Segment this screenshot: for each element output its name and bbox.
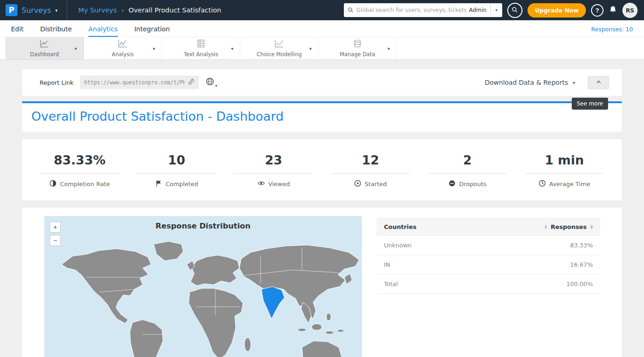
minus-circle-icon	[448, 180, 456, 188]
manage-data-icon	[353, 39, 362, 50]
island	[325, 331, 334, 334]
report-url[interactable]: https://www.questionpro.com/t/PHBt	[84, 79, 185, 86]
notifications-button[interactable]	[609, 5, 617, 15]
product-switcher[interactable]: P Surveys ▾	[6, 0, 67, 20]
stat-value: 23	[234, 153, 313, 174]
choice-modelling-icon	[274, 39, 284, 50]
breadcrumb: My Surveys › Overall Product Satisfactio…	[78, 6, 221, 14]
link-icon	[188, 78, 195, 87]
stat-value: 83.33%	[41, 153, 119, 174]
stat-label: Dropouts	[459, 181, 486, 187]
product-name: Surveys	[22, 6, 51, 15]
completion-rate-icon	[49, 180, 57, 188]
help-button[interactable]: ?	[591, 4, 603, 17]
world-map[interactable]	[44, 232, 362, 357]
stat-average-time: 1 min Average Time	[525, 153, 603, 188]
stat-value: 2	[428, 153, 506, 174]
nav-analytics[interactable]: Analytics	[88, 25, 118, 37]
dashboard-icon	[40, 39, 49, 50]
search-input[interactable]	[356, 7, 466, 13]
philippines	[326, 313, 331, 321]
responses-cell: 83.33%	[570, 242, 593, 249]
country-cell: IN	[384, 261, 570, 268]
zoom-in-button[interactable]: +	[50, 222, 61, 233]
questionpro-logo: P	[6, 4, 17, 16]
tab-label: Choice Modelling	[256, 51, 302, 58]
tab-label: Text Analysis	[184, 51, 218, 58]
chevron-down-icon[interactable]: ▾	[388, 46, 390, 51]
report-language-button[interactable]: ▾	[205, 77, 217, 88]
nav-integration[interactable]: Integration	[134, 25, 170, 37]
user-avatar[interactable]: RS	[622, 3, 638, 18]
island	[298, 328, 306, 332]
chevron-down-icon: ▾	[495, 8, 498, 12]
upgrade-now-button[interactable]: Upgrade Now	[528, 3, 586, 18]
analysis-icon	[118, 39, 128, 50]
collapse-panel-button[interactable]	[588, 76, 609, 89]
chevron-down-icon[interactable]: ▾	[75, 46, 77, 51]
survey-section-nav: Edit Distribute Analytics Integration Re…	[0, 20, 644, 37]
stat-completed: 10 Completed	[138, 153, 216, 188]
search-icon	[511, 6, 518, 14]
globe-icon	[205, 77, 215, 88]
nav-distribute[interactable]: Distribute	[40, 25, 72, 37]
analytics-toolbar: Dashboard ▾ Analysis ▾ Text Analysis ▾ C…	[0, 37, 644, 60]
bell-icon	[609, 5, 617, 15]
report-link-label: Report Link	[40, 79, 74, 86]
map-title: Response Distribution	[44, 216, 362, 230]
report-link-bar: Report Link https://www.questionpro.com/…	[22, 69, 622, 96]
chevron-up-icon	[595, 79, 602, 87]
tab-text-analysis[interactable]: Text Analysis ▾	[162, 37, 240, 59]
column-responses[interactable]: Responses	[551, 223, 586, 230]
stat-label: Completed	[166, 181, 198, 187]
stat-viewed: 23 Viewed	[234, 153, 313, 188]
column-countries[interactable]: Countries	[384, 223, 541, 230]
tab-manage-data[interactable]: Manage Data ▾	[319, 37, 397, 59]
breadcrumb-my-surveys[interactable]: My Surveys	[78, 6, 117, 14]
stat-value: 10	[138, 153, 216, 174]
table-row: Total 100.00%	[377, 275, 600, 294]
south-america	[130, 320, 163, 357]
responses-count: Responses: 10	[591, 26, 633, 37]
header-actions: Admin ▾ Upgrade Now ? RS	[344, 3, 638, 18]
search-icon	[348, 6, 354, 15]
japan	[344, 274, 352, 284]
breadcrumb-separator: ›	[122, 6, 124, 14]
chevron-down-icon[interactable]: ▾	[309, 46, 312, 51]
chevron-down-icon[interactable]: ▾	[231, 46, 233, 51]
advanced-search-button[interactable]	[507, 3, 522, 18]
tab-label: Manage Data	[340, 51, 375, 58]
island	[337, 329, 344, 332]
africa	[189, 288, 243, 357]
see-more-tooltip: See more	[572, 98, 608, 110]
stat-value: 12	[331, 153, 410, 174]
download-data-reports-button[interactable]: Download Data & Reports	[485, 79, 568, 86]
tab-label: Analysis	[112, 51, 133, 58]
asia	[239, 245, 359, 319]
tab-choice-modelling[interactable]: Choice Modelling ▾	[240, 37, 319, 59]
report-url-box[interactable]: https://www.questionpro.com/t/PHBt	[80, 76, 199, 89]
sort-desc-icon: ▼	[591, 227, 593, 229]
sort-icon[interactable]: ▲ ▼	[591, 225, 593, 229]
chevron-down-icon[interactable]: ▾	[573, 80, 575, 85]
chevron-down-icon: ▾	[55, 8, 58, 13]
stat-label: Viewed	[268, 181, 290, 187]
search-scope-dropdown[interactable]: ▾	[490, 3, 502, 17]
tab-dashboard[interactable]: Dashboard ▾	[6, 37, 84, 59]
tab-analysis[interactable]: Analysis ▾	[84, 37, 162, 59]
nav-edit[interactable]: Edit	[11, 25, 23, 37]
stat-label: Average Time	[549, 181, 590, 187]
play-circle-icon	[354, 180, 361, 188]
india-highlight	[261, 287, 284, 319]
global-search-box: Admin	[344, 3, 490, 17]
sort-icon[interactable]: ▲ ▼	[545, 225, 547, 229]
stat-dropouts: 2 Dropouts	[428, 153, 506, 188]
flag-icon	[155, 180, 162, 188]
stat-label: Completion Rate	[60, 181, 110, 187]
stat-value: 1 min	[525, 153, 603, 174]
country-cell: Unknown	[384, 242, 570, 249]
chevron-down-icon[interactable]: ▾	[153, 46, 155, 51]
stats-summary: 83.33% Completion Rate 10 Completed 23 V…	[22, 139, 622, 200]
eye-icon	[257, 180, 265, 188]
world-map-panel[interactable]: Response Distribution + −	[44, 216, 362, 357]
